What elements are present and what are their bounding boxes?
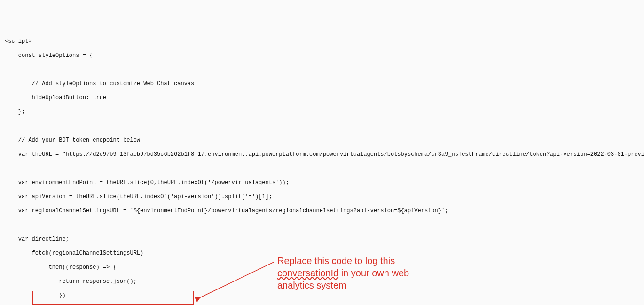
annotation-text-underlined: conversationId (277, 268, 338, 278)
code-line: var regionalChannelSettingsURL = `${envi… (5, 208, 639, 215)
code-line: }) (5, 292, 639, 299)
annotation-text-part: Replace this code to log this (277, 256, 395, 266)
code-line (5, 222, 639, 229)
code-line (5, 165, 639, 172)
code-line: <script> (5, 38, 639, 45)
code-line: const styleOptions = { (5, 52, 639, 59)
code-line: // Add your BOT token endpoint below (5, 137, 639, 144)
annotation-callout: Replace this code to log this conversati… (277, 255, 432, 291)
annotation-text-part: in your own web (338, 268, 409, 278)
code-line: var apiVersion = theURL.slice(theURL.ind… (5, 193, 639, 201)
annotation-text-part: analytics system (277, 280, 346, 290)
code-line: var directline; (5, 236, 639, 243)
code-line (5, 123, 639, 130)
code-line (5, 66, 639, 73)
code-line: hideUploadButton: true (5, 95, 639, 102)
code-line: }; (5, 109, 639, 116)
code-line: var environmentEndPoint = theURL.slice(0… (5, 179, 639, 186)
code-block: <script> const styleOptions = { // Add s… (5, 31, 639, 305)
code-line: var theURL = "https://d2c97b9f13faeb97bd… (5, 151, 639, 158)
code-line: // Add styleOptions to customize Web Cha… (5, 80, 639, 88)
